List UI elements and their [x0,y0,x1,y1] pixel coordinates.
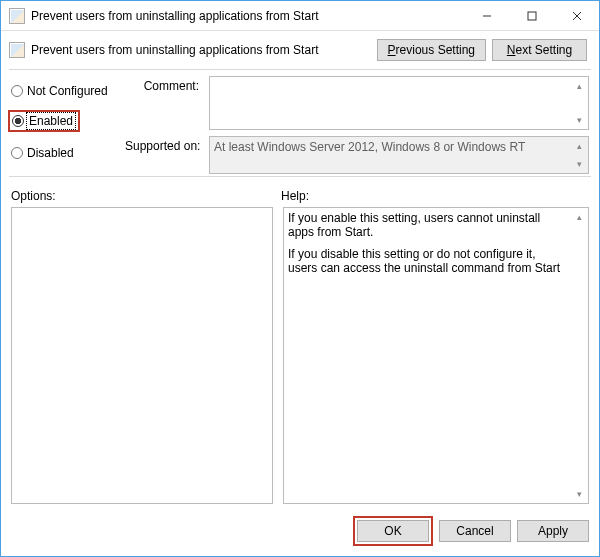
next-label: ext Setting [515,43,572,57]
supported-value: At least Windows Server 2012, Windows 8 … [214,140,525,154]
disabled-label: Disabled [27,146,74,160]
supported-textbox: At least Windows Server 2012, Windows 8 … [209,136,589,174]
cancel-button[interactable]: Cancel [439,520,511,542]
apply-button[interactable]: Apply [517,520,589,542]
scroll-down-icon[interactable]: ▾ [571,156,587,172]
not-configured-label: Not Configured [27,84,108,98]
help-content: If you enable this setting, users cannot… [288,211,584,275]
maximize-button[interactable] [509,1,554,31]
enabled-label: Enabled [28,114,74,128]
window-title: Prevent users from uninstalling applicat… [31,9,464,23]
highlight-ok: OK [353,516,433,546]
radio-circle-icon [11,147,23,159]
supported-label: Supported on: [125,136,205,174]
radio-circle-icon [11,85,23,97]
divider-2 [9,176,591,177]
policy-icon [9,8,25,24]
help-p2: If you disable this setting or do not co… [288,247,566,275]
help-pane: If you enable this setting, users cannot… [283,207,589,504]
help-label: Help: [281,189,309,203]
minimize-button[interactable] [464,1,509,31]
policy-editor-window: Prevent users from uninstalling applicat… [0,0,600,557]
policy-name-header: Prevent users from uninstalling applicat… [9,42,371,58]
comment-textbox[interactable]: ▴ ▾ [209,76,589,130]
comment-scrollbar[interactable]: ▴ ▾ [571,78,587,128]
help-scrollbar[interactable]: ▴ ▾ [571,209,587,502]
dialog-button-bar: OK Cancel Apply [1,508,599,556]
radio-enabled[interactable]: Enabled [12,114,74,128]
panes-row: If you enable this setting, users cannot… [1,205,599,508]
scroll-up-icon[interactable]: ▴ [571,78,587,94]
svg-rect-1 [528,12,536,20]
scroll-down-icon[interactable]: ▾ [571,112,587,128]
prev-label: revious Setting [396,43,475,57]
radio-circle-checked-icon [12,115,24,127]
policy-name-text: Prevent users from uninstalling applicat… [31,43,318,57]
titlebar: Prevent users from uninstalling applicat… [1,1,599,31]
comment-label: Comment: [125,76,205,130]
close-button[interactable] [554,1,599,31]
scroll-down-icon[interactable]: ▾ [571,486,587,502]
scroll-up-icon[interactable]: ▴ [571,209,587,225]
settings-grid: Not Configured Enabled Disabled Comment:… [1,70,599,176]
scroll-up-icon[interactable]: ▴ [571,138,587,154]
previous-setting-button[interactable]: Previous Setting [377,39,486,61]
radio-disabled[interactable]: Disabled [11,146,121,160]
ok-button[interactable]: OK [357,520,429,542]
supported-scrollbar[interactable]: ▴ ▾ [571,138,587,172]
panes-labels: Options: Help: [1,185,599,205]
help-p1: If you enable this setting, users cannot… [288,211,566,239]
options-label: Options: [11,189,281,203]
policy-header-icon [9,42,25,58]
state-radio-group: Not Configured Enabled Disabled [11,76,121,174]
highlight-enabled: Enabled [8,110,80,132]
radio-not-configured[interactable]: Not Configured [11,84,121,98]
next-setting-button[interactable]: Next Setting [492,39,587,61]
options-pane[interactable] [11,207,273,504]
header-row: Prevent users from uninstalling applicat… [1,31,599,69]
